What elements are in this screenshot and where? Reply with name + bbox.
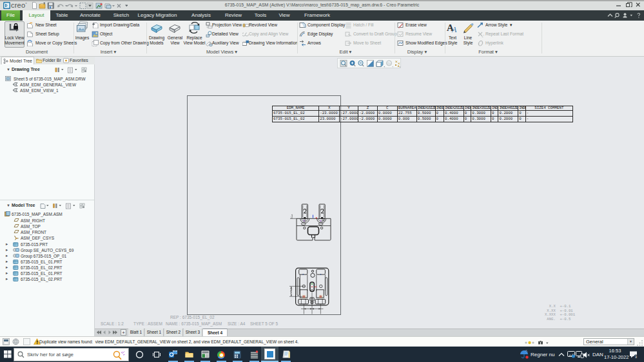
svg-text:A: A <box>451 25 457 33</box>
